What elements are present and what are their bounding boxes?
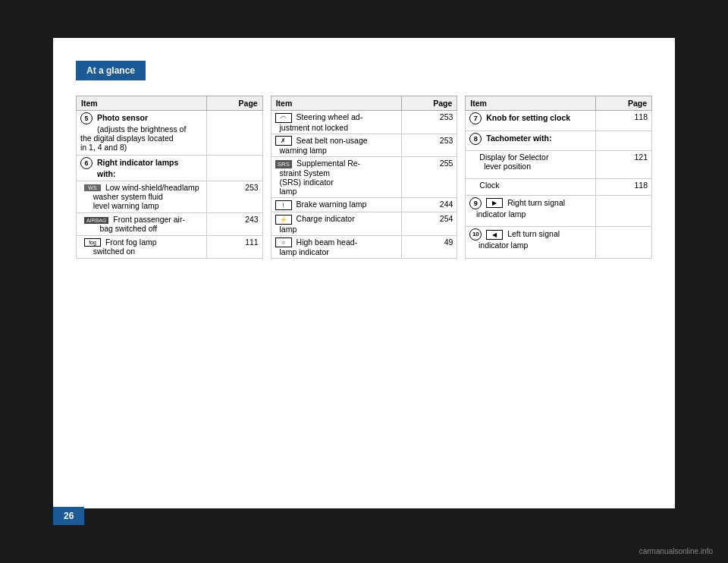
left-turn-icon: ◀ — [486, 230, 503, 240]
page: At a glance Item Page 5 Photo sensor (ad… — [53, 38, 675, 508]
col-header-item-2: Item — [271, 96, 401, 111]
table-3: Item Page 7 Knob for setting clock 118 8… — [465, 96, 652, 259]
seatbelt-icon: ✗ — [275, 136, 292, 146]
page-cell: 253 — [401, 134, 457, 157]
page-cell: 254 — [401, 212, 457, 235]
item-cell: ◠ Steering wheel ad- justment not locked — [271, 111, 401, 134]
right-turn-icon: ▶ — [486, 198, 503, 208]
item-cell: 6 Right indicator lampswith: — [77, 155, 207, 181]
airbag-icon: AIRBAG — [84, 217, 108, 224]
table-row: WS Low wind-shield/headlamp washer syste… — [77, 181, 263, 212]
wiper-icon: WS — [84, 184, 101, 191]
item-cell: AIRBAG Front passenger air- bag switched… — [77, 212, 207, 235]
page-cell: 244 — [401, 198, 457, 212]
item-cell: ! Brake warning lamp — [271, 198, 401, 212]
page-number: 26 — [53, 507, 84, 525]
page-cell: 253 — [206, 181, 262, 212]
col-header-item-1: Item — [77, 96, 207, 111]
item-label: Tachometer with: — [486, 133, 551, 142]
page-cell: 118 — [596, 111, 652, 131]
page-cell: 243 — [206, 212, 262, 235]
item-number-7: 7 — [469, 112, 482, 124]
page-cell: 49 — [401, 235, 457, 259]
item-cell: 8 Tachometer with: — [466, 131, 596, 151]
item-cell: WS Low wind-shield/headlamp washer syste… — [77, 181, 207, 212]
srs-icon: SRS — [275, 160, 292, 168]
brake-icon: ! — [275, 200, 292, 210]
page-cell: 118 — [596, 179, 652, 196]
tables-container: Item Page 5 Photo sensor (adjusts the br… — [76, 96, 652, 259]
table-row: ✗ Seat belt non-usage warning lamp 253 — [271, 134, 457, 157]
highbeam-icon: ○ — [275, 237, 292, 247]
watermark: carmanualsonline.info — [639, 547, 713, 555]
page-cell: 111 — [206, 235, 262, 259]
table-2: Item Page ◠ Steering wheel ad- justment … — [271, 96, 458, 259]
fog-icon: fog — [84, 238, 101, 247]
item-cell: Clock — [466, 179, 596, 196]
item-number-10: 10 — [469, 228, 482, 241]
table-row: AIRBAG Front passenger air- bag switched… — [77, 212, 263, 235]
table-row: ! Brake warning lamp 244 — [271, 198, 457, 212]
item-cell: SRS Supplemental Re- straint System (SRS… — [271, 157, 401, 198]
table-row: fog Front fog lamp switched on 111 — [77, 235, 263, 259]
item-number-8: 8 — [469, 133, 482, 145]
page-cell — [596, 195, 652, 227]
table-row: ○ High beam head- lamp indicator 49 — [271, 235, 457, 259]
item-cell: 5 Photo sensor (adjusts the brightness o… — [77, 111, 207, 156]
charge-icon: ⚡ — [275, 215, 292, 225]
item-number-6: 6 — [80, 157, 93, 169]
item-label: Knob for setting clock — [486, 113, 570, 122]
page-cell — [206, 155, 262, 181]
col-header-page-1: Page — [206, 96, 262, 111]
table-row: 10 ◀ Left turn signal indicator lamp — [466, 227, 652, 259]
table-1: Item Page 5 Photo sensor (adjusts the br… — [76, 96, 263, 259]
item-cell: 9 ▶ Right turn signal indicator lamp — [466, 195, 596, 227]
item-label: Right indicator lampswith: — [80, 157, 178, 178]
page-cell — [596, 227, 652, 259]
table-row: Display for Selector lever position 121 — [466, 151, 652, 179]
item-number-9: 9 — [469, 197, 482, 209]
item-cell: ✗ Seat belt non-usage warning lamp — [271, 134, 401, 157]
item-label: Photo sensor — [97, 113, 148, 122]
item-cell: ⚡ Charge indicator lamp — [271, 212, 401, 235]
table-row: ◠ Steering wheel ad- justment not locked… — [271, 111, 457, 134]
page-cell: 255 — [401, 157, 457, 198]
steering-icon: ◠ — [275, 113, 292, 123]
item-cell: Display for Selector lever position — [466, 151, 596, 179]
col-header-page-2: Page — [401, 96, 457, 111]
page-cell — [596, 131, 652, 151]
table-row: 5 Photo sensor (adjusts the brightness o… — [77, 111, 263, 156]
item-cell: fog Front fog lamp switched on — [77, 235, 207, 259]
table-row: 7 Knob for setting clock 118 — [466, 111, 652, 131]
item-sublabel: (adjusts the brightness ofthe digital di… — [80, 124, 186, 152]
section-header: At a glance — [76, 61, 146, 80]
item-cell: 10 ◀ Left turn signal indicator lamp — [466, 227, 596, 259]
table-row: ⚡ Charge indicator lamp 254 — [271, 212, 457, 235]
page-cell: 253 — [401, 111, 457, 134]
col-header-page-3: Page — [596, 96, 652, 111]
table-row: SRS Supplemental Re- straint System (SRS… — [271, 157, 457, 198]
item-cell: 7 Knob for setting clock — [466, 111, 596, 131]
item-cell: ○ High beam head- lamp indicator — [271, 235, 401, 259]
page-cell: 121 — [596, 151, 652, 179]
col-header-item-3: Item — [466, 96, 596, 111]
page-cell — [206, 111, 262, 156]
table-row: 9 ▶ Right turn signal indicator lamp — [466, 195, 652, 227]
table-row: 6 Right indicator lampswith: — [77, 155, 263, 181]
table-row: 8 Tachometer with: — [466, 131, 652, 151]
item-number-5: 5 — [80, 112, 93, 124]
table-row: Clock 118 — [466, 179, 652, 196]
